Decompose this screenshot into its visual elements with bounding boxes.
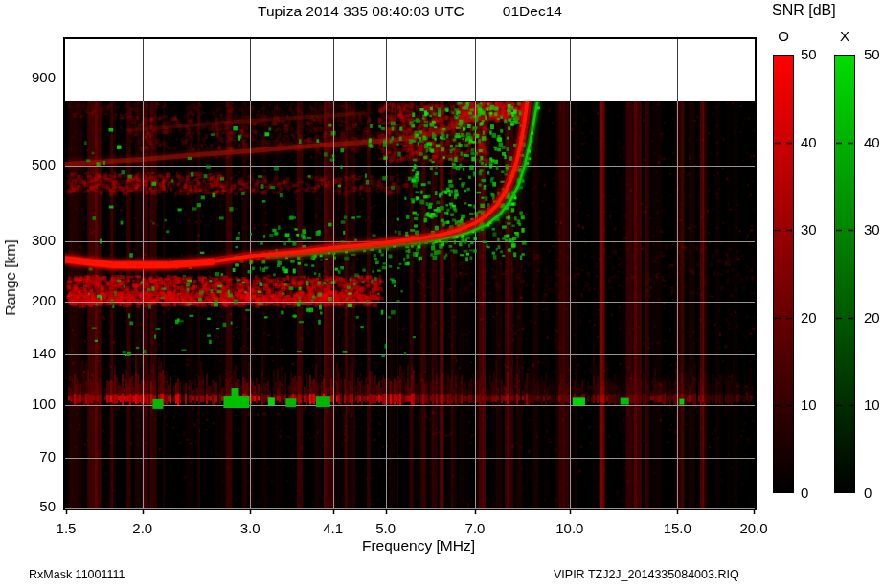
colorbar-o-tick-label: 10 (801, 397, 817, 413)
x-axis-tick-label: 10.0 (550, 521, 590, 536)
colorbar-o-tick-label: 30 (801, 222, 817, 237)
y-axis-tick-label: 200 (15, 293, 56, 308)
colorbar-x-tick-label: 0 (864, 486, 872, 501)
x-axis-title: Frequency [MHz] (362, 538, 475, 554)
colorbar-title: SNR [dB] (772, 3, 836, 18)
y-axis-tick-label: 300 (15, 233, 56, 248)
ionogram-plot-canvas (0, 0, 883, 588)
colorbar-x-tick-label: 30 (864, 222, 880, 237)
filename-label: VIPIR TZJ2J_2014335084003.RIQ (554, 567, 739, 582)
x-axis-tick-label: 15.0 (657, 521, 697, 536)
y-axis-tick-label: 900 (15, 70, 56, 85)
ionogram-screen: Tupiza 2014 335 08:40:03 UTC 01Dec14 SNR… (0, 0, 883, 588)
plot-date: 01Dec14 (503, 3, 562, 20)
colorbar-o-tick-label: 40 (801, 135, 817, 150)
x-axis-tick-label: 7.0 (455, 521, 495, 536)
x-axis-tick-label: 4.1 (313, 521, 353, 536)
colorbar-x-tick-label: 40 (864, 135, 880, 150)
plot-title-row: Tupiza 2014 335 08:40:03 UTC 01Dec14 (64, 3, 756, 20)
colorbar-o-tick-label: 20 (801, 310, 817, 326)
x-axis-tick-label: 3.0 (230, 521, 270, 536)
y-axis-tick-label: 50 (15, 499, 56, 514)
y-axis-tick-label: 70 (15, 449, 56, 464)
x-axis-tick-label: 1.5 (46, 521, 86, 536)
x-axis-tick-label: 20.0 (734, 521, 774, 536)
colorbar-x-label: X (834, 29, 855, 44)
colorbar-o-tick-label: 50 (801, 47, 817, 62)
colorbar-x-tick-label: 20 (864, 310, 880, 326)
x-axis-tick-label: 2.0 (123, 521, 163, 536)
colorbar-o-tick-label: 0 (801, 486, 808, 501)
y-axis-tick-label: 100 (15, 396, 56, 412)
colorbar-x-tick-label: 50 (864, 47, 880, 62)
y-axis-tick-label: 140 (15, 346, 56, 361)
colorbar-x-tick-label: 10 (864, 397, 880, 413)
rxmask-label: RxMask 11001111 (29, 567, 125, 582)
colorbar-o-label: O (773, 29, 794, 44)
plot-title: Tupiza 2014 335 08:40:03 UTC (258, 3, 464, 20)
x-axis-tick-label: 5.0 (366, 521, 406, 536)
y-axis-tick-label: 500 (15, 157, 56, 172)
